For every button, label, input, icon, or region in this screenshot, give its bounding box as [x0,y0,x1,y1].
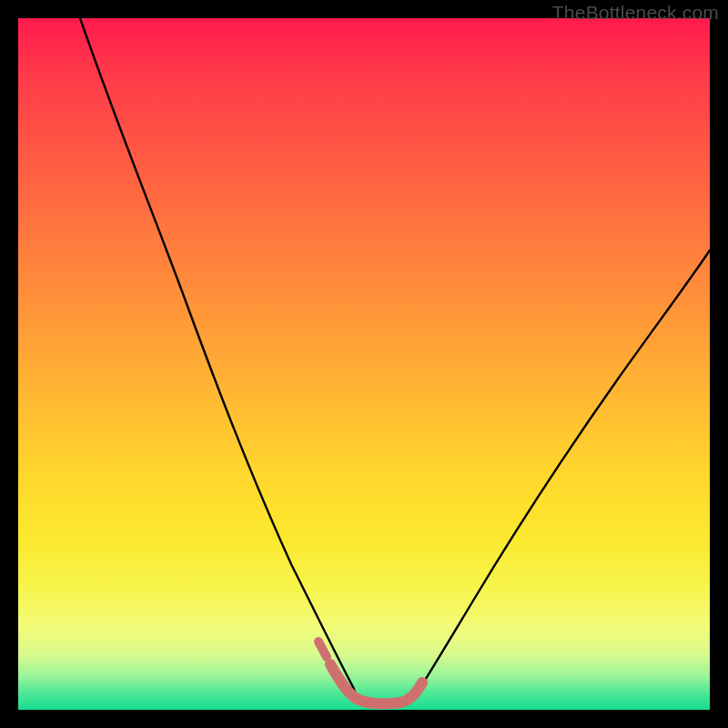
right-curve [415,250,710,696]
highlight-left-dash [318,642,327,657]
chart-frame: TheBottleneck.com [0,0,728,728]
watermark-text: TheBottleneck.com [552,2,719,24]
left-curve [80,18,357,696]
chart-svg [18,18,710,710]
chart-plot-area [18,18,710,710]
